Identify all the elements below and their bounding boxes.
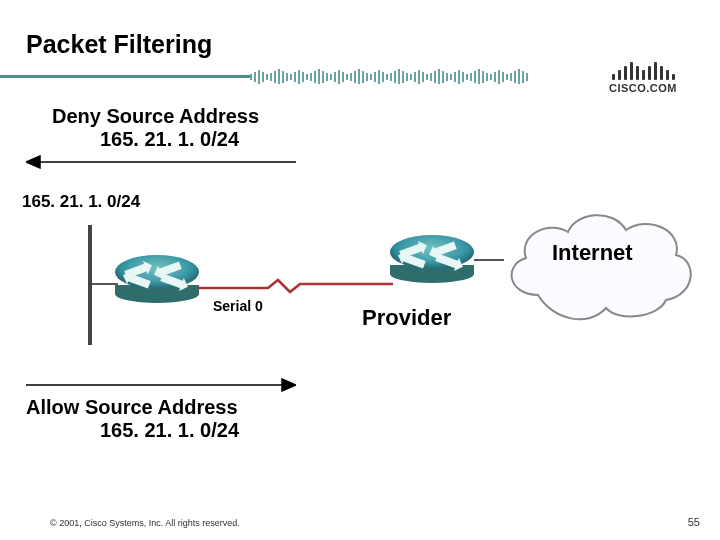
serial-label: Serial 0 <box>213 298 263 314</box>
arrow-left-icon <box>26 155 296 169</box>
diagram-area: Deny Source Address 165. 21. 1. 0/24 165… <box>0 100 720 470</box>
provider-label: Provider <box>362 305 451 331</box>
lan-segment <box>88 225 92 345</box>
svg-marker-1 <box>26 156 40 168</box>
copyright-text: © 2001, Cisco Systems, Inc. All rights r… <box>50 518 240 528</box>
page-number: 55 <box>688 516 700 528</box>
header-rule <box>0 75 250 78</box>
arrow-right-icon <box>26 378 296 392</box>
cisco-logo: CISCO.COM <box>588 62 698 94</box>
svg-marker-3 <box>282 379 296 391</box>
header-stripes <box>250 69 590 84</box>
internet-label: Internet <box>552 240 633 266</box>
router-icon <box>115 255 199 303</box>
subnet-label: 165. 21. 1. 0/24 <box>22 192 140 212</box>
cisco-logo-text: CISCO.COM <box>588 82 698 94</box>
allow-label-line1: Allow Source Address <box>26 396 238 419</box>
cisco-logo-bars-icon <box>588 62 698 80</box>
allow-label-line2: 165. 21. 1. 0/24 <box>100 419 239 442</box>
deny-label-line1: Deny Source Address <box>52 105 259 128</box>
deny-label-line2: 165. 21. 1. 0/24 <box>100 128 239 151</box>
router-icon <box>390 235 474 283</box>
slide-title: Packet Filtering <box>26 30 212 59</box>
serial-link <box>198 276 393 296</box>
